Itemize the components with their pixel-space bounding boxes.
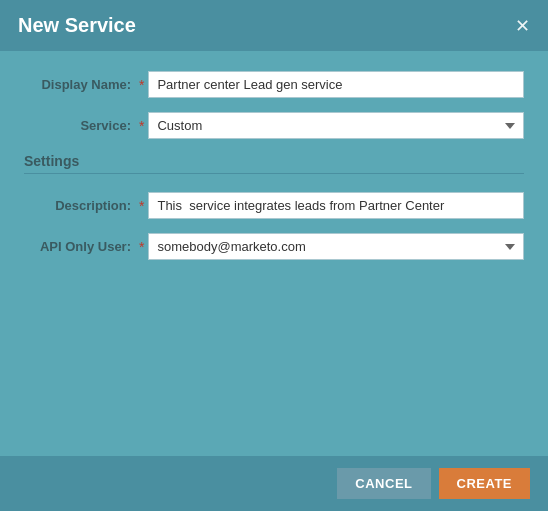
display-name-label: Display Name: (24, 77, 139, 92)
display-name-required: * (139, 77, 144, 93)
description-required: * (139, 198, 144, 214)
create-button[interactable]: CREATE (439, 468, 530, 499)
new-service-dialog: New Service ✕ Display Name: * Service: *… (0, 0, 548, 511)
description-label: Description: (24, 198, 139, 213)
settings-divider (24, 173, 524, 174)
service-required: * (139, 118, 144, 134)
cancel-button[interactable]: CANCEL (337, 468, 430, 499)
dialog-body: Display Name: * Service: * Custom Settin… (0, 51, 548, 456)
api-user-label: API Only User: (24, 239, 139, 254)
api-user-input-wrap: * somebody@marketo.com (139, 233, 524, 260)
dialog-title: New Service (18, 14, 136, 37)
api-user-required: * (139, 239, 144, 255)
description-input[interactable] (148, 192, 524, 219)
api-user-select[interactable]: somebody@marketo.com (148, 233, 524, 260)
close-button[interactable]: ✕ (515, 17, 530, 35)
service-row: Service: * Custom (24, 112, 524, 139)
api-user-row: API Only User: * somebody@marketo.com (24, 233, 524, 260)
description-row: Description: * (24, 192, 524, 219)
settings-section: Settings (24, 153, 524, 188)
description-input-wrap: * (139, 192, 524, 219)
settings-title: Settings (24, 153, 524, 169)
dialog-footer: CANCEL CREATE (0, 456, 548, 511)
display-name-input[interactable] (148, 71, 524, 98)
dialog-header: New Service ✕ (0, 0, 548, 51)
display-name-input-wrap: * (139, 71, 524, 98)
service-label: Service: (24, 118, 139, 133)
service-select[interactable]: Custom (148, 112, 524, 139)
service-input-wrap: * Custom (139, 112, 524, 139)
display-name-row: Display Name: * (24, 71, 524, 98)
